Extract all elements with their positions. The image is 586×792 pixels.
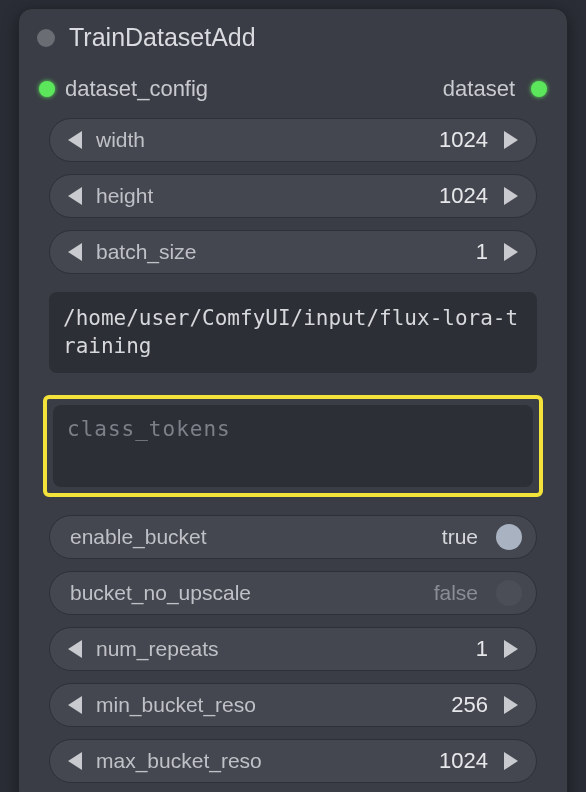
node-body: width 1024 height 1024 batch_size 1 /hom…	[19, 114, 567, 783]
batch-size-label: batch_size	[96, 240, 196, 264]
height-value[interactable]: 1024	[439, 183, 488, 209]
class-tokens-highlight: class_tokens	[43, 395, 543, 497]
collapse-dot-icon[interactable]	[37, 29, 55, 47]
arrow-right-icon[interactable]	[504, 696, 518, 714]
toggle-knob-icon	[496, 580, 522, 606]
arrow-left-icon[interactable]	[68, 640, 82, 658]
min-bucket-reso-label: min_bucket_reso	[96, 693, 256, 717]
arrow-right-icon[interactable]	[504, 640, 518, 658]
node-title: TrainDatasetAdd	[69, 23, 256, 52]
batch-size-widget[interactable]: batch_size 1	[49, 230, 537, 274]
enable-bucket-value: true	[442, 525, 478, 549]
input-port-dataset-config[interactable]: dataset_config	[39, 76, 208, 102]
bucket-no-upscale-label: bucket_no_upscale	[70, 581, 251, 605]
width-widget[interactable]: width 1024	[49, 118, 537, 162]
class-tokens-input[interactable]: class_tokens	[53, 405, 533, 487]
dataset-path-input[interactable]: /home/user/ComfyUI/input/flux-lora-train…	[49, 292, 537, 373]
arrow-right-icon[interactable]	[504, 131, 518, 149]
enable-bucket-label: enable_bucket	[70, 525, 207, 549]
enable-bucket-toggle[interactable]: enable_bucket true	[49, 515, 537, 559]
bucket-no-upscale-toggle[interactable]: bucket_no_upscale false	[49, 571, 537, 615]
node-train-dataset-add: TrainDatasetAdd dataset_config dataset w…	[18, 8, 568, 792]
arrow-left-icon[interactable]	[68, 696, 82, 714]
batch-size-value[interactable]: 1	[476, 239, 488, 265]
max-bucket-reso-value[interactable]: 1024	[439, 748, 488, 774]
num-repeats-widget[interactable]: num_repeats 1	[49, 627, 537, 671]
width-value[interactable]: 1024	[439, 127, 488, 153]
output-port-label: dataset	[443, 76, 515, 102]
output-port-dataset[interactable]: dataset	[443, 76, 547, 102]
arrow-right-icon[interactable]	[504, 752, 518, 770]
num-repeats-label: num_repeats	[96, 637, 219, 661]
port-dot-icon	[531, 81, 547, 97]
width-label: width	[96, 128, 145, 152]
arrow-right-icon[interactable]	[504, 187, 518, 205]
max-bucket-reso-widget[interactable]: max_bucket_reso 1024	[49, 739, 537, 783]
toggle-knob-icon	[496, 524, 522, 550]
ports-row: dataset_config dataset	[19, 66, 567, 114]
num-repeats-value[interactable]: 1	[476, 636, 488, 662]
arrow-left-icon[interactable]	[68, 752, 82, 770]
input-port-label: dataset_config	[65, 76, 208, 102]
arrow-left-icon[interactable]	[68, 131, 82, 149]
arrow-left-icon[interactable]	[68, 243, 82, 261]
min-bucket-reso-widget[interactable]: min_bucket_reso 256	[49, 683, 537, 727]
class-tokens-placeholder: class_tokens	[67, 417, 519, 441]
node-header[interactable]: TrainDatasetAdd	[19, 9, 567, 66]
port-dot-icon	[39, 81, 55, 97]
max-bucket-reso-label: max_bucket_reso	[96, 749, 262, 773]
height-label: height	[96, 184, 153, 208]
arrow-left-icon[interactable]	[68, 187, 82, 205]
bucket-no-upscale-value: false	[434, 581, 478, 605]
min-bucket-reso-value[interactable]: 256	[451, 692, 488, 718]
height-widget[interactable]: height 1024	[49, 174, 537, 218]
arrow-right-icon[interactable]	[504, 243, 518, 261]
